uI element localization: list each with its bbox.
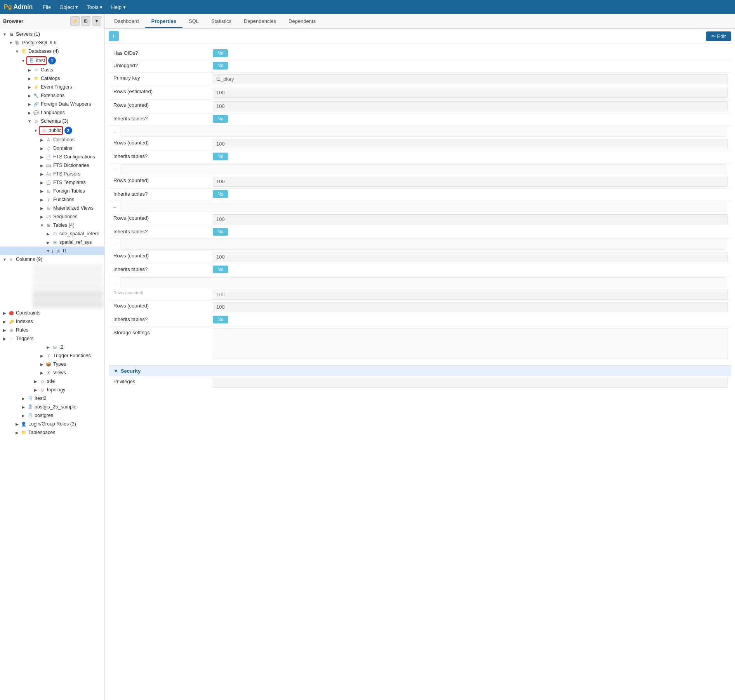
tab-dependents[interactable]: Dependents [282, 15, 322, 28]
col-item-1[interactable] [33, 264, 103, 273]
toggle-fts-dict[interactable]: ▶ [39, 162, 45, 168]
toggle-postgres[interactable]: ▶ [20, 412, 26, 419]
sidebar-item-functions[interactable]: ▶ f Functions [0, 195, 104, 204]
sidebar-item-extensions[interactable]: ▶ 🔧 Extensions [0, 91, 104, 100]
toggle-languages[interactable]: ▶ [26, 109, 33, 116]
sidebar-item-fdw[interactable]: ▶ 🔗 Foreign Data Wrappers [0, 100, 104, 108]
toggle-indexes[interactable]: ▶ [2, 318, 8, 325]
sidebar-item-postgres[interactable]: ▶ 🗄 postgres [0, 411, 104, 420]
sidebar-item-fts-config[interactable]: ▶ 📄 FTS Configurations [0, 153, 104, 161]
sidebar-item-foreign-tables[interactable]: ▶ ⊞ Foreign Tables [0, 187, 104, 195]
toggle-fts-templates[interactable]: ▶ [39, 179, 45, 186]
toggle-itest2[interactable]: ▶ [20, 395, 26, 401]
sidebar-item-servers[interactable]: ▼ 🖥 Servers (1) [0, 30, 104, 38]
sidebar-item-databases[interactable]: ▼ 🗄 Databases (4) [0, 47, 104, 56]
toggle-topology[interactable]: ▶ [33, 387, 39, 393]
toggle-views[interactable]: ▶ [39, 370, 45, 376]
toggle-login-roles[interactable]: ▶ [14, 421, 20, 427]
sidebar-refresh-btn[interactable]: ⚡ [70, 16, 80, 26]
edit-button[interactable]: ✏ Edit [706, 31, 731, 41]
col-item-2[interactable] [33, 273, 103, 281]
toggle-fts-parsers[interactable]: ▶ [39, 171, 45, 177]
sidebar-item-types[interactable]: ▶ 📦 Types [0, 360, 104, 368]
sidebar-item-constraints[interactable]: ▶ 🔴 Constraints [0, 309, 104, 317]
menu-tools[interactable]: Tools ▾ [83, 3, 106, 12]
sidebar-item-sequences[interactable]: ▶ #3 Sequences [0, 212, 104, 221]
sidebar-item-tablespaces[interactable]: ▶ 📁 Tablespaces [0, 428, 104, 437]
sidebar-item-tables[interactable]: ▼ ⊞ Tables (4) [0, 221, 104, 229]
sidebar-item-itest[interactable]: ▼ 🗄 itest 1 [0, 56, 104, 66]
toggle-triggers[interactable]: ▶ [2, 335, 8, 342]
menu-file[interactable]: File [39, 3, 55, 12]
sidebar-item-fts-parsers[interactable]: ▶ Aa FTS Parsers [0, 170, 104, 178]
sidebar-item-trigger-functions[interactable]: ▶ f Trigger Functions [0, 351, 104, 360]
toggle-rules[interactable]: ▶ [2, 327, 8, 333]
toggle-schemas[interactable]: ▼ [26, 118, 33, 124]
sidebar-item-t1[interactable]: ▼ ↓ ⊞ t1 [0, 247, 104, 255]
toggle-materialized-views[interactable]: ▶ [39, 205, 45, 211]
sidebar-item-event-triggers[interactable]: ▶ ⚡ Event Triggers [0, 83, 104, 91]
tab-statistics[interactable]: Statistics [205, 15, 238, 28]
tab-dashboard[interactable]: Dashboard [108, 15, 145, 28]
toggle-event-triggers[interactable]: ▶ [26, 84, 33, 90]
toggle-sde-spatial[interactable]: ▶ [45, 231, 51, 237]
toggle-inherits-1[interactable]: No [213, 115, 228, 123]
toggle-itest[interactable]: ▼ [20, 57, 26, 64]
sidebar-item-login-roles[interactable]: ▶ 👤 Login/Group Roles (3) [0, 420, 104, 428]
sidebar-item-columns[interactable]: ▼ ≡ Columns (9) [0, 255, 104, 264]
toggle-columns[interactable]: ▼ [2, 256, 8, 262]
sidebar-item-sde-spatial[interactable]: ▶ ⊞ sde_spatial_refere [0, 229, 104, 238]
toggle-inherits-6[interactable]: No [213, 316, 228, 323]
toggle-constraints[interactable]: ▶ [2, 310, 8, 316]
toggle-has-oids[interactable]: No [213, 49, 228, 57]
sidebar-view-btn[interactable]: ⊞ [81, 16, 90, 26]
sidebar-item-domains[interactable]: ▶ ◎ Domains [0, 144, 104, 153]
sidebar-item-fts-templates[interactable]: ▶ 📋 FTS Templates [0, 178, 104, 187]
sidebar-item-topology[interactable]: ▶ ◇ topology [0, 386, 104, 394]
toggle-unlogged[interactable]: No [213, 62, 228, 69]
toggle-public[interactable]: ▼ [33, 127, 39, 134]
toggle-tablespaces[interactable]: ▶ [14, 429, 20, 436]
toggle-spatial-ref[interactable]: ▶ [45, 239, 51, 245]
toggle-fts-config[interactable]: ▶ [39, 154, 45, 160]
toggle-t1[interactable]: ▼ [45, 248, 51, 254]
sidebar-item-catalogs[interactable]: ▶ 📁 Catalogs [0, 74, 104, 83]
toggle-sequences[interactable]: ▶ [39, 214, 45, 220]
tab-properties[interactable]: Properties [145, 15, 182, 28]
sidebar-item-postgis[interactable]: ▶ 🗄 postgis_25_sample [0, 403, 104, 411]
toggle-inherits-4[interactable]: No [213, 228, 228, 236]
sidebar-filter-btn[interactable]: ▼ [92, 16, 101, 26]
toggle-domains[interactable]: ▶ [39, 145, 45, 151]
sidebar-item-views[interactable]: ▶ 👁 Views [0, 368, 104, 377]
toggle-types[interactable]: ▶ [39, 361, 45, 367]
toggle-t2[interactable]: ▶ [45, 344, 51, 350]
toggle-tables[interactable]: ▼ [39, 222, 45, 228]
col-item-4[interactable] [33, 291, 103, 299]
sidebar-item-spatial-ref[interactable]: ▶ ⊞ spatial_ref_sys [0, 238, 104, 247]
col-item-3[interactable] [33, 282, 103, 290]
sidebar-item-itest2[interactable]: ▶ 🗄 Itest2 [0, 394, 104, 403]
toggle-postgresql[interactable]: ▼ [8, 40, 14, 46]
toggle-foreign-tables[interactable]: ▶ [39, 188, 45, 194]
toggle-databases[interactable]: ▼ [14, 48, 20, 54]
tab-sql[interactable]: SQL [182, 15, 205, 28]
toggle-postgis[interactable]: ▶ [20, 404, 26, 410]
sidebar-item-indexes[interactable]: ▶ 🔑 Indexes [0, 317, 104, 326]
toggle-inherits-5[interactable]: No [213, 266, 228, 273]
sidebar-item-casts[interactable]: ▶ ⚙ Casts [0, 66, 104, 74]
toggle-functions[interactable]: ▶ [39, 196, 45, 203]
tab-dependencies[interactable]: Dependencies [238, 15, 282, 28]
sidebar-item-materialized-views[interactable]: ▶ ⊞ Materialized Views [0, 204, 104, 212]
toggle-extensions[interactable]: ▶ [26, 92, 33, 99]
sidebar-item-public[interactable]: ▼ ◇ public 2 [0, 125, 104, 135]
sidebar-item-rules[interactable]: ▶ ⊞ Rules [0, 326, 104, 334]
sidebar-item-collations[interactable]: ▶ A Collations [0, 135, 104, 144]
toggle-inherits-2[interactable]: No [213, 153, 228, 160]
menu-object[interactable]: Object ▾ [56, 3, 82, 12]
toggle-fdw[interactable]: ▶ [26, 101, 33, 107]
toggle-trigger-functions[interactable]: ▶ [39, 353, 45, 359]
sidebar-item-schemas[interactable]: ▼ ◇ Schemas (3) [0, 117, 104, 125]
toggle-servers[interactable]: ▼ [2, 31, 8, 37]
sidebar-item-postgresql[interactable]: ▼ 🐘 PostgreSQL 9.6 [0, 38, 104, 47]
toggle-inherits-3[interactable]: No [213, 190, 228, 198]
